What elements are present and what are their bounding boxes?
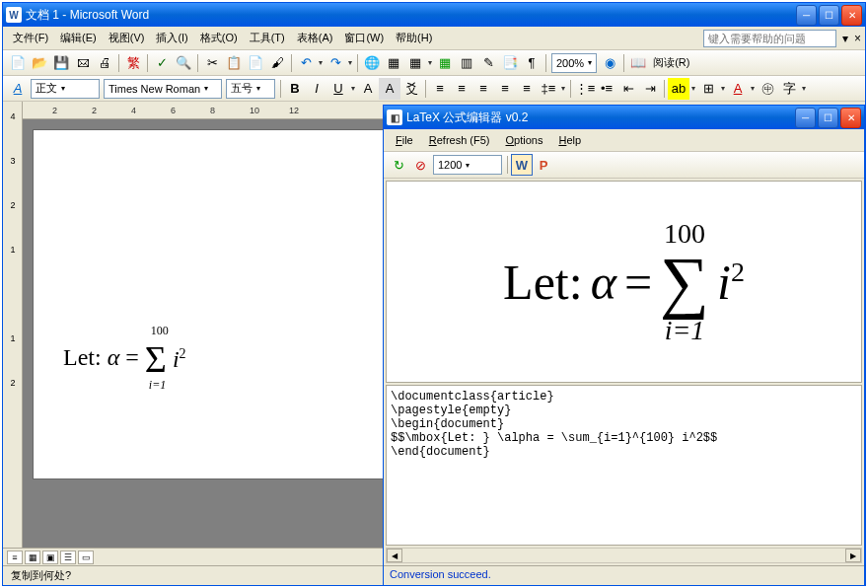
refresh-button[interactable]: ↻ [388,154,409,176]
reading-view-button[interactable]: ▭ [78,551,94,564]
highlight-dropdown-icon[interactable]: ▾ [689,84,697,93]
cut-button[interactable]: ✂ [201,52,223,74]
format-painter-button[interactable]: 🖌 [266,52,288,74]
open-button[interactable]: 📂 [29,52,50,74]
tables-borders-button[interactable]: ▦ [383,52,404,74]
menu-insert[interactable]: 插入(I) [150,28,193,48]
menu-table[interactable]: 表格(A) [291,28,339,48]
undo-button[interactable]: ↶ [295,52,317,74]
size-combo[interactable]: 五号▾ [226,79,275,99]
underline-dropdown-icon[interactable]: ▾ [349,84,357,93]
menu-options[interactable]: Options [500,132,549,148]
font-combo[interactable]: Times New Roman▾ [104,79,222,99]
new-doc-button[interactable]: 📄 [7,52,29,74]
minimize-button[interactable]: ─ [795,108,816,128]
menu-help[interactable]: 帮助(H) [390,28,438,48]
menu-refresh[interactable]: Refresh (F5) [423,132,496,148]
highlight-button[interactable]: ab [668,78,689,100]
columns-button[interactable]: ▥ [456,52,477,74]
normal-view-button[interactable]: ≡ [7,551,23,564]
formula-object[interactable]: Let: α = 100 Σ i=1 i2 [63,337,357,381]
export-ppt-button[interactable]: P [533,154,554,176]
help-search-input[interactable] [703,30,836,47]
increase-indent-button[interactable]: ⇥ [639,78,661,100]
undo-dropdown-icon[interactable]: ▾ [317,58,325,67]
docmap-button[interactable]: 📑 [499,52,521,74]
align-center-button[interactable]: ≡ [451,78,472,100]
align-left-button[interactable]: ≡ [429,78,451,100]
preview-pane[interactable]: Let: α = 100 ∑ i=1 i2 [386,181,862,383]
menu-file[interactable]: 文件(F) [7,28,54,48]
print-button[interactable]: 🖨 [94,52,115,74]
web-view-button[interactable]: ▦ [25,551,40,564]
justify-button[interactable]: ≡ [494,78,516,100]
close-button[interactable]: ✕ [840,108,861,128]
bold-button[interactable]: B [284,78,306,100]
stop-button[interactable]: ⊘ [409,154,431,176]
research-button[interactable]: 🔍 [173,52,194,74]
save-button[interactable]: 💾 [50,52,72,74]
close-button[interactable]: ✕ [841,5,862,26]
scroll-left-icon[interactable]: ◀ [387,549,402,562]
hyperlink-button[interactable]: 🌐 [361,52,383,74]
export-word-button[interactable]: W [511,154,533,176]
menubar-close-icon[interactable]: × [854,32,861,45]
menu-tools[interactable]: 工具(T) [244,28,291,48]
char-shading-button[interactable]: A [379,78,400,100]
zoom-combo[interactable]: 1200▾ [433,155,502,175]
bullet-list-button[interactable]: •≡ [596,78,617,100]
menu-window[interactable]: 窗口(W) [338,28,390,48]
line-spacing-button[interactable]: ‡≡ [538,78,559,100]
asian-layout-button[interactable]: ㊥ [757,78,778,100]
border-dropdown-icon[interactable]: ▾ [719,84,727,93]
scroll-right-icon[interactable]: ▶ [845,549,861,562]
asian-dropdown-icon[interactable]: ▾ [800,84,808,93]
maximize-button[interactable]: ☐ [818,108,838,128]
asian-layout2-button[interactable]: 字 [778,78,800,100]
menu-help[interactable]: Help [552,132,587,148]
latex-source-input[interactable]: \documentclass{article} \pagestyle{empty… [386,385,862,546]
book-icon[interactable]: 📖 [627,52,649,74]
minimize-button[interactable]: ─ [796,5,817,26]
redo-dropdown-icon[interactable]: ▾ [346,58,354,67]
border-button[interactable]: ⊞ [697,78,719,100]
align-right-button[interactable]: ≡ [472,78,494,100]
table-dropdown-icon[interactable]: ▾ [426,58,434,67]
font-color-button[interactable]: A [727,78,749,100]
copy-button[interactable]: 📋 [223,52,245,74]
redo-button[interactable]: ↷ [325,52,346,74]
menu-format[interactable]: 格式(O) [194,28,244,48]
styles-pane-button[interactable]: A [7,78,29,100]
word-titlebar[interactable]: W 文档 1 - Microsoft Word ─ ☐ ✕ [3,3,865,27]
paste-button[interactable]: 📄 [245,52,266,74]
ruler-vertical[interactable]: 4 3 2 1 1 2 [3,102,23,548]
permission-button[interactable]: 🖂 [72,52,94,74]
italic-button[interactable]: I [306,78,327,100]
menu-view[interactable]: 视图(V) [103,28,151,48]
read-label[interactable]: 阅读(R) [649,55,693,70]
excel-button[interactable]: ▦ [434,52,456,74]
print-view-button[interactable]: ▣ [42,551,58,564]
insert-table-button[interactable]: ▦ [404,52,426,74]
decrease-indent-button[interactable]: ⇤ [617,78,639,100]
help-dropdown-icon[interactable]: ▾ [842,32,848,45]
spacing-dropdown-icon[interactable]: ▾ [559,84,567,93]
latex-titlebar[interactable]: ◧ LaTeX 公式编辑器 v0.2 ─ ☐ ✕ [384,106,864,129]
fontcolor-dropdown-icon[interactable]: ▾ [749,84,757,93]
numbered-list-button[interactable]: ⋮≡ [574,78,596,100]
style-combo[interactable]: 正文▾ [31,79,100,99]
zoom-combo[interactable]: 200%▾ [551,53,597,73]
trad-simp-button[interactable]: 繁 [122,52,144,74]
menu-edit[interactable]: 编辑(E) [54,28,103,48]
help-button[interactable]: ◉ [599,52,620,74]
spellcheck-button[interactable]: ✓ [151,52,173,74]
menu-file[interactable]: File [390,132,419,148]
char-border-button[interactable]: A [357,78,379,100]
maximize-button[interactable]: ☐ [819,5,839,26]
phonetic-button[interactable]: 爻 [400,78,422,100]
drawing-button[interactable]: ✎ [477,52,499,74]
distribute-button[interactable]: ≡ [516,78,538,100]
show-marks-button[interactable]: ¶ [521,52,542,74]
horizontal-scrollbar[interactable]: ◀ ▶ [386,548,862,563]
underline-button[interactable]: U [327,78,349,100]
